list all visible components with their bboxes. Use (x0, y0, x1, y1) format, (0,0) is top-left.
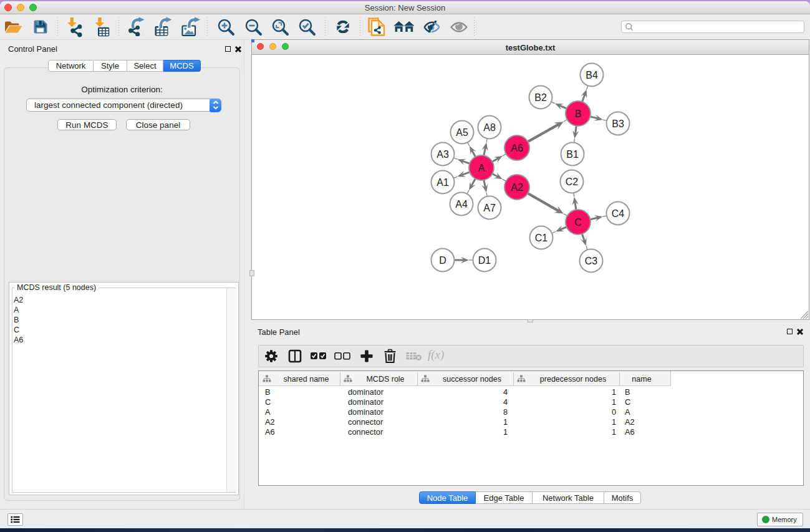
svg-text:A5: A5 (456, 127, 468, 138)
svg-text:A8: A8 (483, 122, 496, 133)
svg-text:B1: B1 (566, 149, 579, 160)
svg-text:B: B (575, 109, 582, 119)
svg-text:C4: C4 (612, 208, 625, 219)
svg-text:A7: A7 (483, 203, 496, 213)
svg-text:A1: A1 (436, 177, 449, 188)
svg-text:C3: C3 (585, 256, 598, 266)
svg-text:A6: A6 (511, 143, 523, 153)
svg-text:A3: A3 (436, 149, 449, 160)
svg-text:B2: B2 (534, 92, 547, 103)
svg-text:C2: C2 (566, 177, 579, 187)
svg-text:C1: C1 (535, 233, 548, 243)
svg-text:A4: A4 (455, 199, 468, 210)
svg-text:B4: B4 (586, 70, 598, 80)
svg-text:B3: B3 (612, 118, 624, 129)
svg-text:D1: D1 (478, 255, 491, 266)
svg-text:A2: A2 (511, 182, 523, 193)
svg-text:C: C (574, 217, 582, 228)
svg-text:A: A (478, 163, 485, 173)
svg-text:D: D (439, 255, 446, 266)
